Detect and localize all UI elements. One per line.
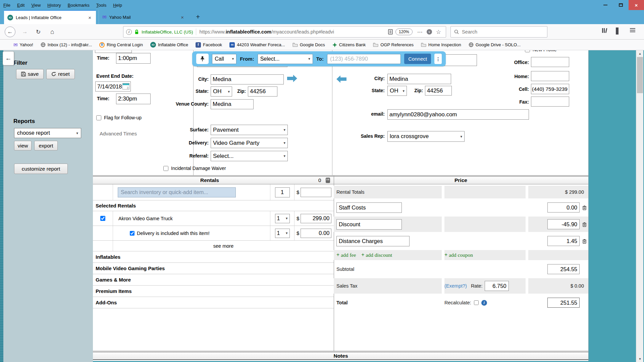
event-start-date-input[interactable] [95,50,132,53]
category-row-games[interactable]: Games & More [93,274,334,286]
flag-followup-checkbox[interactable] [96,115,101,120]
connect-button[interactable]: Connect [404,54,431,64]
url-text[interactable]: https://www.inflatableoffice.com/myaccou… [200,29,388,35]
scrollbar-thumb[interactable] [637,57,643,93]
page-info-icon[interactable]: i [126,29,132,35]
calendar-icon[interactable] [122,83,129,89]
copy-left-arrow-icon[interactable] [336,75,347,83]
search-input[interactable] [462,29,529,35]
tab-leads[interactable]: IO Leads | Inflatable Office × [4,10,96,24]
bookmark-citizens-bank[interactable]: Citizens Bank [332,42,366,47]
menu-file[interactable]: File [0,1,14,9]
back-button[interactable]: ← [5,26,15,37]
contact-zip-input[interactable] [425,86,452,96]
surface-select[interactable]: Pavement▾ [211,125,288,135]
security-label[interactable]: InflatableOffice, LLC (US) [142,29,193,35]
rental-price-input[interactable] [301,214,331,223]
search-bar[interactable] [450,26,547,38]
scroll-up-icon[interactable]: ▲ [636,50,644,57]
minimize-button[interactable] [598,0,613,10]
distance-charges-value-input[interactable] [547,236,580,246]
tab-yahoo-mail[interactable]: ✉ Yahoo Mail × [99,10,189,24]
report-select[interactable]: choose report▾ [14,128,81,138]
inventory-search-input[interactable] [118,187,236,197]
delivery-included-checkbox[interactable] [130,231,135,236]
bookmark-weather[interactable]: 4444203 Weather Foreca... [229,42,285,48]
quick-add-price-input[interactable] [301,188,331,197]
reload-button[interactable]: ↻ [33,26,44,37]
cell-input[interactable] [531,84,569,94]
customize-report-button[interactable]: customize report [14,164,68,174]
page-scrollbar[interactable]: ▲ ▼ [636,50,643,362]
save-filter-button[interactable]: save [16,69,44,79]
bookmark-inflatable-office[interactable]: IOInflatable Office [150,42,188,48]
distance-charges-name-input[interactable] [336,236,410,246]
scroll-down-icon[interactable]: ▼ [636,356,644,362]
new-tab-button[interactable]: + [193,13,203,21]
trash-icon[interactable] [582,205,587,210]
bookmark-yahoo[interactable]: ✉Yahoo! [13,42,33,48]
exempt-link[interactable]: (Exempt?) [444,283,467,289]
trash-icon[interactable] [582,222,587,227]
category-row-addons[interactable]: Add-Ons [93,297,334,308]
contact-state-select[interactable]: OH▾ [387,86,407,96]
from-select[interactable]: Select...▾ [258,54,313,64]
quick-add-qty-input[interactable] [275,187,290,197]
advanced-times-link[interactable]: Advanced Times [100,131,137,136]
hamburger-menu-icon[interactable] [630,27,635,33]
end-time-input[interactable] [116,94,151,104]
category-row-mobile-video[interactable]: Mobile Video Gaming Parties [93,263,334,274]
referral-select[interactable]: Select...▾ [211,151,288,161]
start-time-input[interactable] [116,53,151,64]
menu-edit[interactable]: Edit [14,1,28,9]
venue-state-select[interactable]: OH▾ [211,86,232,97]
add-fee-link[interactable]: +add fee [336,252,356,258]
tab-close-icon[interactable]: × [179,14,185,20]
add-coupon-link[interactable]: +add coupon [444,252,473,258]
staff-costs-value-input[interactable] [547,202,580,213]
reset-filter-button[interactable]: reset [46,69,75,79]
copy-right-arrow-icon[interactable] [286,74,298,83]
menu-bookmarks[interactable]: Bookmarks [64,1,93,9]
bookmark-home-inspection[interactable]: Home Inspection [421,42,461,47]
menu-history[interactable]: History [44,1,64,9]
category-row-premium[interactable]: Premium Items [93,286,334,297]
info-icon[interactable]: i [481,300,487,306]
damage-waiver-checkbox[interactable] [163,166,168,171]
maximize-button[interactable] [613,0,629,10]
pocket-icon[interactable]: ∨ [427,29,432,35]
rental-price-input[interactable] [301,229,331,238]
office-input[interactable] [531,57,569,67]
email-input[interactable] [387,109,529,120]
home-input[interactable] [531,71,569,81]
sales-rep-select[interactable]: lora crossgrove▾ [387,131,465,142]
page-actions-icon[interactable]: ⋯ [417,29,423,35]
close-button[interactable]: × [629,0,644,10]
home-button[interactable]: ⌂ [47,26,58,37]
call-type-select[interactable]: Call▾ [212,54,236,64]
pin-button[interactable] [196,54,209,64]
menu-tools[interactable]: Tools [93,1,110,9]
rental-qty-select[interactable]: 1▾ [275,229,290,238]
venue-county-input[interactable] [211,99,254,109]
category-row-inflatables[interactable]: Inflatables [93,251,334,263]
new-profile-checkbox[interactable] [525,50,530,52]
zoom-level-badge[interactable]: 120% [395,28,413,35]
see-more-link[interactable]: see more [213,243,233,249]
menu-help[interactable]: Help [110,1,125,9]
bookmark-facebook[interactable]: fFacebook [196,42,222,48]
rental-item-checkbox[interactable] [100,216,105,221]
recalculate-checkbox[interactable] [474,300,479,305]
contact-city-input[interactable] [387,74,451,84]
power-outlet-icon[interactable] [326,178,330,183]
bookmark-google-docs[interactable]: Google Docs [292,42,325,47]
forward-button[interactable]: → [19,26,30,37]
export-report-button[interactable]: export [34,141,58,150]
bookmark-inbox[interactable]: Inbox (12) - info@akr... [41,42,92,47]
menu-view[interactable]: View [28,1,44,9]
bookmark-ogp-references[interactable]: OGP References [373,42,414,47]
url-bar[interactable]: i InflatableOffice, LLC (US) https://www… [123,26,446,38]
library-icon[interactable] [601,27,608,34]
fax-input[interactable] [531,97,569,107]
reader-mode-icon[interactable] [388,29,393,35]
